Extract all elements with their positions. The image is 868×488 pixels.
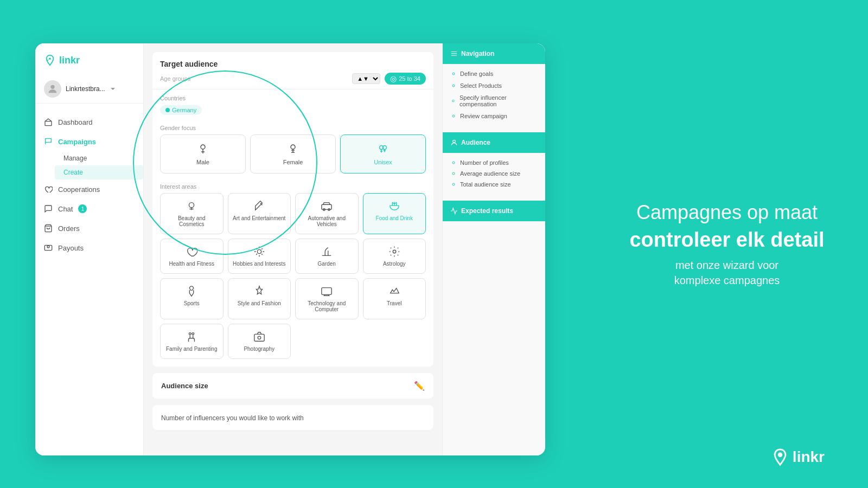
chat-icon (44, 204, 53, 213)
target-audience-card: Target audience Age groups ▲▼ ◎ 25 to 34… (152, 52, 433, 367)
svg-point-4 (201, 145, 205, 149)
svg-point-13 (393, 250, 396, 253)
interest-health[interactable]: Health and Fitness (160, 239, 224, 274)
flag-icon (44, 137, 53, 146)
sidebar: linkr Linkrtestbra... Dashboard Campaign… (35, 43, 144, 455)
sidebar-item-chat[interactable]: Chat 1 (35, 199, 143, 219)
navigation-btn[interactable]: Navigation (443, 43, 545, 64)
audience-size-card: Audience size ✏️ (152, 373, 433, 399)
audience-stats: Number of profiles Average audience size… (443, 153, 545, 194)
interest-sports[interactable]: Sports (160, 278, 224, 319)
chat-badge: 1 (78, 204, 87, 213)
nav-step-review[interactable]: Review campaign (450, 113, 538, 119)
beauty-icon (186, 200, 197, 212)
svg-point-8 (189, 203, 194, 208)
edit-icon[interactable]: ✏️ (414, 381, 425, 391)
expected-results-btn[interactable]: Expected results (443, 201, 545, 221)
chevron-down-icon (110, 86, 116, 92)
garden-icon (321, 246, 333, 258)
automotive-icon (321, 200, 333, 212)
sidebar-item-cooperations[interactable]: Cooperations (35, 179, 143, 199)
sidebar-user[interactable]: Linkrtestbra... (35, 75, 143, 104)
svg-point-0 (50, 85, 54, 89)
main-form-area: Target audience Age groups ▲▼ ◎ 25 to 34… (144, 43, 442, 455)
interest-photography[interactable]: Photography (228, 324, 291, 359)
interest-astrology[interactable]: Astrology (363, 239, 426, 274)
interest-label: Interest areas (160, 183, 426, 190)
sidebar-item-orders[interactable]: Orders (35, 219, 143, 238)
svg-point-20 (452, 85, 455, 87)
sidebar-item-create[interactable]: Create (55, 165, 143, 179)
gender-male[interactable]: Male (160, 134, 246, 174)
interest-beauty[interactable]: Beauty and Cosmetics (160, 193, 224, 234)
interest-food[interactable]: Food and Drink (363, 193, 426, 234)
country-tag: Germany (160, 105, 202, 115)
svg-point-26 (452, 183, 455, 185)
gender-unisex[interactable]: Unisex (340, 134, 426, 174)
food-icon (388, 200, 400, 212)
age-tag: ◎ 25 to 34 (385, 73, 426, 85)
male-icon (196, 143, 209, 156)
countries-label: Countries (160, 95, 426, 101)
tagline-line1: Campagnes op maat (618, 200, 835, 226)
nav-step-goals[interactable]: Define goals (450, 70, 538, 77)
svg-rect-17 (254, 334, 264, 341)
svg-rect-1 (45, 121, 52, 126)
sidebar-item-manage[interactable]: Manage (55, 151, 143, 165)
travel-icon (388, 285, 400, 297)
gender-focus-section: Gender focus Male Female (152, 123, 433, 181)
sidebar-item-dashboard[interactable]: Dashboard (35, 112, 143, 132)
interest-areas-section: Interest areas Beauty and Cosmetics Art … (152, 181, 433, 367)
interest-family[interactable]: Family and Parenting (160, 324, 224, 359)
interest-garden[interactable]: Garden (295, 239, 359, 274)
svg-point-15 (189, 333, 192, 335)
style-icon (253, 285, 265, 297)
right-panel: Navigation Define goals Select Products … (442, 43, 545, 455)
svg-point-22 (452, 115, 455, 117)
svg-point-21 (452, 100, 455, 102)
svg-point-12 (257, 249, 261, 253)
cart-icon (44, 224, 53, 233)
nav-step-compensation[interactable]: Specify influencer compensation (450, 94, 538, 107)
interest-travel[interactable]: Travel (363, 278, 426, 319)
interest-art[interactable]: Art and Entertainment (228, 193, 291, 234)
female-icon (286, 143, 299, 156)
svg-point-24 (452, 162, 455, 164)
sidebar-item-campaigns[interactable]: Campaigns (35, 132, 143, 151)
interest-automotive[interactable]: Automative and Vehicles (295, 193, 359, 234)
money-icon (44, 243, 53, 252)
interest-tech[interactable]: Technology and Computer (295, 278, 359, 319)
influencers-label: Number of influencers you would like to … (161, 414, 304, 422)
svg-point-25 (452, 172, 455, 175)
audience-btn[interactable]: Audience (443, 132, 545, 153)
sidebar-navigation: Dashboard Campaigns Manage Create Cooper… (35, 108, 143, 262)
stat-avg-audience: Average audience size (450, 170, 538, 177)
results-icon (450, 207, 458, 215)
influencers-card: Number of influencers you would like to … (152, 405, 433, 430)
astrology-icon (388, 246, 400, 258)
gender-female[interactable]: Female (250, 134, 336, 174)
circle-icon4 (450, 113, 457, 119)
bottom-logo-icon (771, 448, 789, 466)
age-groups-label: Age groups (160, 75, 190, 82)
interest-hobbies[interactable]: Hobbies and Interests (228, 239, 291, 274)
content-section: Target audience Age groups ▲▼ ◎ 25 to 34… (144, 43, 545, 455)
age-select[interactable]: ▲▼ (352, 73, 380, 84)
username: Linkrtestbra... (66, 85, 105, 93)
heart-icon (44, 185, 53, 194)
sports-icon (186, 285, 197, 297)
avatar (44, 80, 61, 98)
family-icon (186, 331, 197, 343)
main-card: linkr Linkrtestbra... Dashboard Campaign… (35, 43, 545, 455)
bottom-logo: linkr (771, 448, 825, 466)
interest-style[interactable]: Style and Fashion (228, 278, 291, 319)
stat-icon (450, 159, 457, 166)
svg-point-16 (192, 333, 194, 335)
home-icon (44, 118, 53, 126)
sidebar-item-payouts[interactable]: Payouts (35, 238, 143, 258)
gender-grid: Male Female Unisex (160, 134, 426, 174)
hobbies-icon (253, 246, 265, 258)
nav-step-products[interactable]: Select Products (450, 82, 538, 89)
health-icon (186, 246, 197, 258)
countries-section: Countries Germany (152, 89, 433, 123)
